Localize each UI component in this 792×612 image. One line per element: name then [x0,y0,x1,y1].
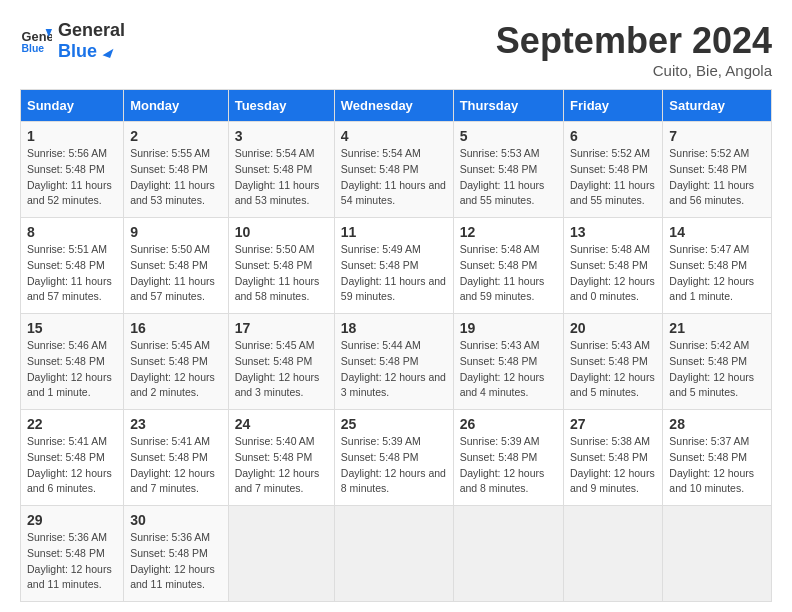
day-number: 30 [130,512,222,528]
calendar-cell: 14Sunrise: 5:47 AMSunset: 5:48 PMDayligh… [663,218,772,314]
day-number: 7 [669,128,765,144]
day-number: 26 [460,416,557,432]
day-info: Sunrise: 5:37 AMSunset: 5:48 PMDaylight:… [669,434,765,497]
calendar-cell: 27Sunrise: 5:38 AMSunset: 5:48 PMDayligh… [564,410,663,506]
day-number: 3 [235,128,328,144]
day-info: Sunrise: 5:50 AMSunset: 5:48 PMDaylight:… [130,242,222,305]
logo-general: General [58,20,125,41]
calendar-cell: 8Sunrise: 5:51 AMSunset: 5:48 PMDaylight… [21,218,124,314]
calendar-cell: 13Sunrise: 5:48 AMSunset: 5:48 PMDayligh… [564,218,663,314]
day-of-week-header: Tuesday [228,90,334,122]
day-of-week-header: Saturday [663,90,772,122]
day-number: 27 [570,416,656,432]
svg-text:Blue: Blue [22,43,45,54]
calendar-cell [334,506,453,602]
calendar-cell: 22Sunrise: 5:41 AMSunset: 5:48 PMDayligh… [21,410,124,506]
calendar-cell: 10Sunrise: 5:50 AMSunset: 5:48 PMDayligh… [228,218,334,314]
day-info: Sunrise: 5:48 AMSunset: 5:48 PMDaylight:… [570,242,656,305]
calendar-cell: 18Sunrise: 5:44 AMSunset: 5:48 PMDayligh… [334,314,453,410]
calendar-header-row: SundayMondayTuesdayWednesdayThursdayFrid… [21,90,772,122]
calendar-cell: 2Sunrise: 5:55 AMSunset: 5:48 PMDaylight… [124,122,229,218]
day-info: Sunrise: 5:50 AMSunset: 5:48 PMDaylight:… [235,242,328,305]
day-info: Sunrise: 5:46 AMSunset: 5:48 PMDaylight:… [27,338,117,401]
day-number: 13 [570,224,656,240]
day-number: 16 [130,320,222,336]
day-number: 11 [341,224,447,240]
day-info: Sunrise: 5:54 AMSunset: 5:48 PMDaylight:… [235,146,328,209]
calendar-cell: 5Sunrise: 5:53 AMSunset: 5:48 PMDaylight… [453,122,563,218]
day-number: 5 [460,128,557,144]
day-info: Sunrise: 5:36 AMSunset: 5:48 PMDaylight:… [27,530,117,593]
day-info: Sunrise: 5:52 AMSunset: 5:48 PMDaylight:… [570,146,656,209]
day-info: Sunrise: 5:41 AMSunset: 5:48 PMDaylight:… [130,434,222,497]
calendar-week-row: 8Sunrise: 5:51 AMSunset: 5:48 PMDaylight… [21,218,772,314]
day-info: Sunrise: 5:55 AMSunset: 5:48 PMDaylight:… [130,146,222,209]
calendar-cell: 30Sunrise: 5:36 AMSunset: 5:48 PMDayligh… [124,506,229,602]
day-info: Sunrise: 5:36 AMSunset: 5:48 PMDaylight:… [130,530,222,593]
day-info: Sunrise: 5:39 AMSunset: 5:48 PMDaylight:… [341,434,447,497]
calendar-cell [663,506,772,602]
day-info: Sunrise: 5:45 AMSunset: 5:48 PMDaylight:… [130,338,222,401]
day-of-week-header: Friday [564,90,663,122]
day-number: 8 [27,224,117,240]
day-number: 9 [130,224,222,240]
day-info: Sunrise: 5:42 AMSunset: 5:48 PMDaylight:… [669,338,765,401]
day-number: 20 [570,320,656,336]
day-info: Sunrise: 5:40 AMSunset: 5:48 PMDaylight:… [235,434,328,497]
calendar-cell: 21Sunrise: 5:42 AMSunset: 5:48 PMDayligh… [663,314,772,410]
day-info: Sunrise: 5:41 AMSunset: 5:48 PMDaylight:… [27,434,117,497]
logo-blue: Blue [58,41,125,62]
day-info: Sunrise: 5:49 AMSunset: 5:48 PMDaylight:… [341,242,447,305]
day-info: Sunrise: 5:47 AMSunset: 5:48 PMDaylight:… [669,242,765,305]
day-info: Sunrise: 5:48 AMSunset: 5:48 PMDaylight:… [460,242,557,305]
day-info: Sunrise: 5:53 AMSunset: 5:48 PMDaylight:… [460,146,557,209]
day-number: 2 [130,128,222,144]
calendar-cell: 9Sunrise: 5:50 AMSunset: 5:48 PMDaylight… [124,218,229,314]
subtitle: Cuito, Bie, Angola [496,62,772,79]
calendar-week-row: 15Sunrise: 5:46 AMSunset: 5:48 PMDayligh… [21,314,772,410]
header: General Blue General Blue September 2024… [20,20,772,79]
calendar-cell: 28Sunrise: 5:37 AMSunset: 5:48 PMDayligh… [663,410,772,506]
day-info: Sunrise: 5:38 AMSunset: 5:48 PMDaylight:… [570,434,656,497]
calendar-cell: 1Sunrise: 5:56 AMSunset: 5:48 PMDaylight… [21,122,124,218]
calendar-cell: 15Sunrise: 5:46 AMSunset: 5:48 PMDayligh… [21,314,124,410]
day-number: 1 [27,128,117,144]
day-number: 23 [130,416,222,432]
day-info: Sunrise: 5:51 AMSunset: 5:48 PMDaylight:… [27,242,117,305]
day-of-week-header: Monday [124,90,229,122]
day-number: 21 [669,320,765,336]
calendar-cell: 7Sunrise: 5:52 AMSunset: 5:48 PMDaylight… [663,122,772,218]
day-of-week-header: Thursday [453,90,563,122]
calendar-week-row: 22Sunrise: 5:41 AMSunset: 5:48 PMDayligh… [21,410,772,506]
day-number: 15 [27,320,117,336]
calendar-cell [453,506,563,602]
calendar-cell [564,506,663,602]
day-info: Sunrise: 5:45 AMSunset: 5:48 PMDaylight:… [235,338,328,401]
calendar-cell: 29Sunrise: 5:36 AMSunset: 5:48 PMDayligh… [21,506,124,602]
calendar-cell: 26Sunrise: 5:39 AMSunset: 5:48 PMDayligh… [453,410,563,506]
calendar-cell: 4Sunrise: 5:54 AMSunset: 5:48 PMDaylight… [334,122,453,218]
day-number: 10 [235,224,328,240]
calendar-cell [228,506,334,602]
calendar-cell: 25Sunrise: 5:39 AMSunset: 5:48 PMDayligh… [334,410,453,506]
calendar-cell: 20Sunrise: 5:43 AMSunset: 5:48 PMDayligh… [564,314,663,410]
day-number: 17 [235,320,328,336]
day-number: 25 [341,416,447,432]
calendar-cell: 12Sunrise: 5:48 AMSunset: 5:48 PMDayligh… [453,218,563,314]
calendar-week-row: 29Sunrise: 5:36 AMSunset: 5:48 PMDayligh… [21,506,772,602]
day-number: 24 [235,416,328,432]
calendar-cell: 17Sunrise: 5:45 AMSunset: 5:48 PMDayligh… [228,314,334,410]
logo-icon: General Blue [20,25,52,57]
day-number: 12 [460,224,557,240]
calendar-cell: 16Sunrise: 5:45 AMSunset: 5:48 PMDayligh… [124,314,229,410]
day-number: 29 [27,512,117,528]
calendar-cell: 19Sunrise: 5:43 AMSunset: 5:48 PMDayligh… [453,314,563,410]
calendar-week-row: 1Sunrise: 5:56 AMSunset: 5:48 PMDaylight… [21,122,772,218]
logo: General Blue General Blue [20,20,125,62]
day-info: Sunrise: 5:39 AMSunset: 5:48 PMDaylight:… [460,434,557,497]
title-area: September 2024 Cuito, Bie, Angola [496,20,772,79]
day-of-week-header: Sunday [21,90,124,122]
day-info: Sunrise: 5:56 AMSunset: 5:48 PMDaylight:… [27,146,117,209]
day-of-week-header: Wednesday [334,90,453,122]
day-number: 19 [460,320,557,336]
